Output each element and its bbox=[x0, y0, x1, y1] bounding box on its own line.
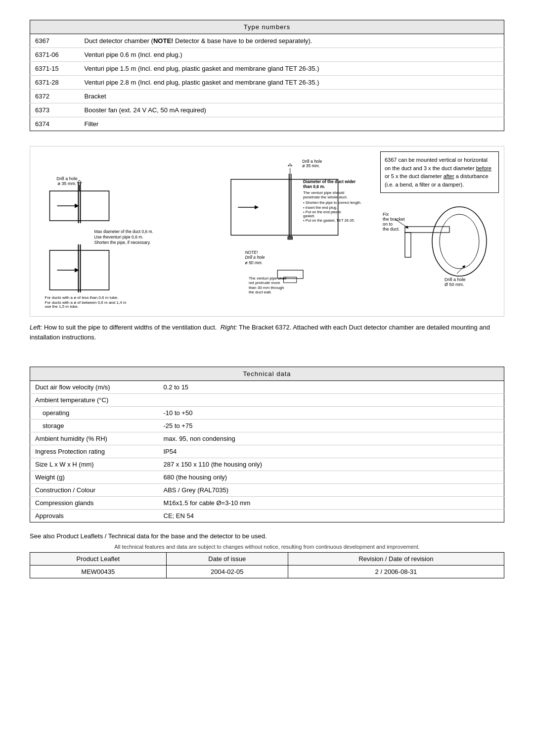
footer-note: See also Product Leaflets / Technical da… bbox=[30, 532, 504, 540]
svg-line-5 bbox=[80, 180, 82, 183]
svg-text:ø 50 mm.: ø 50 mm. bbox=[245, 260, 263, 265]
svg-text:Drill a hole: Drill a hole bbox=[445, 277, 466, 282]
type-code: 6367 bbox=[30, 34, 80, 48]
bracket-diagram: Fix the bracket on to the duct. Drill a … bbox=[380, 197, 494, 286]
technical-data-table: Technical data Duct air flow velocity (m… bbox=[30, 367, 504, 522]
footer-table-header: Product Leaflet bbox=[30, 553, 167, 566]
tech-value: max. 95, non condensing bbox=[159, 432, 504, 445]
svg-rect-25 bbox=[288, 236, 292, 239]
svg-text:Diameter of the duct wider: Diameter of the duct wider bbox=[303, 179, 356, 184]
svg-text:Max diameter of the duct 0,6 m: Max diameter of the duct 0,6 m. bbox=[94, 229, 154, 234]
svg-line-59 bbox=[457, 266, 464, 274]
type-description: Duct detector chamber (NOTE! Detector & … bbox=[80, 34, 504, 48]
svg-text:The venturi pipe shall: The venturi pipe shall bbox=[249, 276, 286, 281]
svg-line-29 bbox=[290, 163, 292, 166]
right-note-box: 6367 can be mounted vertical or horizont… bbox=[380, 151, 499, 193]
svg-point-51 bbox=[440, 214, 479, 269]
type-code: 6372 bbox=[30, 90, 80, 103]
svg-text:not protrude more: not protrude more bbox=[249, 281, 280, 285]
type-description: Booster fan (ext. 24 V AC, 50 mA require… bbox=[80, 103, 504, 117]
footer-table-cell: 2 / 2006-08-31 bbox=[288, 566, 504, 578]
tech-value: ABS / Grey (RAL7035) bbox=[159, 484, 504, 497]
tech-label: Ambient humidity (% RH) bbox=[30, 432, 159, 445]
svg-line-28 bbox=[288, 163, 290, 166]
tech-label: Size L x W x H (mm) bbox=[30, 458, 159, 471]
type-description: Venturi pipe 0.6 m (Incl. end plug.) bbox=[80, 48, 504, 62]
type-numbers-header: Type numbers bbox=[30, 20, 504, 34]
caption-left-label: Left: bbox=[30, 324, 42, 331]
svg-text:gasket.: gasket. bbox=[303, 214, 315, 218]
tech-sub-label: storage bbox=[30, 420, 159, 432]
type-numbers-table: Type numbers 6367Duct detector chamber (… bbox=[30, 20, 504, 131]
tech-sub-value: -25 to +75 bbox=[159, 420, 504, 432]
svg-text:• Insert the end plug.: • Insert the end plug. bbox=[303, 205, 337, 210]
tech-label: Ingress Protection rating bbox=[30, 445, 159, 458]
right-section: 6367 can be mounted vertical or horizont… bbox=[380, 151, 499, 311]
caption-right-label: Right: bbox=[221, 324, 237, 331]
tech-label: Construction / Colour bbox=[30, 484, 159, 497]
type-description: Venturi pipe 1.5 m (Incl. end plug, plas… bbox=[80, 62, 504, 76]
footer-table-cell: 2004-02-05 bbox=[166, 566, 288, 578]
diagram-container: Drill a hole ø 35 mm. Max diameter of th… bbox=[30, 146, 504, 317]
svg-text:Ø 50 mm.: Ø 50 mm. bbox=[445, 282, 464, 286]
tech-label: Duct air flow velocity (m/s) bbox=[30, 381, 159, 394]
svg-text:Drill a hole: Drill a hole bbox=[245, 255, 265, 260]
svg-text:The venturi pipe should: The venturi pipe should bbox=[303, 190, 344, 195]
type-code: 6373 bbox=[30, 103, 80, 117]
footer-table-header: Revision / Date of revision bbox=[288, 553, 504, 566]
svg-text:use the 1,5 m tube.: use the 1,5 m tube. bbox=[45, 304, 79, 309]
type-description: Venturi pipe 2.8 m (Incl. end plug, plas… bbox=[80, 76, 504, 90]
type-description: Bracket bbox=[80, 90, 504, 103]
svg-text:than 30 mm through: than 30 mm through bbox=[249, 285, 284, 290]
footer-table-header: Date of issue bbox=[166, 553, 288, 566]
tech-sub-label: operating bbox=[30, 407, 159, 420]
tech-label: Ambient temperature (°C) bbox=[30, 394, 159, 407]
footer-table: Product LeafletDate of issueRevision / D… bbox=[30, 552, 504, 578]
footer-table-cell: MEW00435 bbox=[30, 566, 167, 578]
diagram-section: Drill a hole ø 35 mm. Max diameter of th… bbox=[30, 146, 504, 357]
caption-left-text: How to suit the pipe to different widths… bbox=[42, 324, 217, 331]
svg-rect-53 bbox=[405, 233, 411, 257]
svg-text:Use theventuri pipe 0,6 m.: Use theventuri pipe 0,6 m. bbox=[94, 235, 143, 239]
tech-label: Compression glands bbox=[30, 497, 159, 510]
svg-text:the bracket: the bracket bbox=[383, 217, 405, 222]
svg-text:the duct wall.: the duct wall. bbox=[249, 290, 272, 294]
tech-value: 0.2 to 15 bbox=[159, 381, 504, 394]
svg-text:penetrate the whole duct.: penetrate the whole duct. bbox=[303, 195, 348, 199]
center-diagram: Drill a hole ø 35 mm. Diameter of the du… bbox=[208, 151, 375, 311]
tech-value: 287 x 150 x 110 (the housing only) bbox=[159, 458, 504, 471]
left-diagram: Drill a hole ø 35 mm. Max diameter of th… bbox=[35, 151, 203, 311]
tech-value: CE; EN 54 bbox=[159, 510, 504, 522]
type-code: 6374 bbox=[30, 117, 80, 131]
svg-text:NOTE!: NOTE! bbox=[245, 250, 258, 255]
type-code: 6371-15 bbox=[30, 62, 80, 76]
svg-text:For ducts which are larger tha: For ducts which are larger than 1,4 m bbox=[45, 309, 111, 310]
svg-text:than 0,6 m.: than 0,6 m. bbox=[303, 184, 325, 189]
svg-text:Drill a hole: Drill a hole bbox=[56, 176, 78, 181]
type-code: 6371-06 bbox=[30, 48, 80, 62]
footer-disclaimer: All technical features and data are subj… bbox=[30, 544, 504, 550]
svg-point-50 bbox=[432, 207, 487, 276]
type-description: Filter bbox=[80, 117, 504, 131]
svg-text:the duct.: the duct. bbox=[383, 227, 400, 232]
tech-label: Approvals bbox=[30, 510, 159, 522]
svg-text:ø 35 mm.: ø 35 mm. bbox=[57, 181, 76, 186]
svg-text:• Shorten the pipe to correct : • Shorten the pipe to correct length. bbox=[303, 200, 361, 205]
tech-value: M16x1.5 for cable Ø=3-10 mm bbox=[159, 497, 504, 510]
svg-text:ø 35 mm.: ø 35 mm. bbox=[302, 163, 320, 168]
svg-text:Fix: Fix bbox=[383, 212, 389, 217]
svg-text:• Put on the gasket, TET 26-35: • Put on the gasket, TET 26-35. bbox=[303, 218, 355, 223]
svg-line-4 bbox=[78, 180, 80, 183]
tech-sub-value: -10 to +50 bbox=[159, 407, 504, 420]
svg-text:on to: on to bbox=[383, 222, 393, 227]
tech-value: IP54 bbox=[159, 445, 504, 458]
diagram-caption: Left: How to suit the pipe to different … bbox=[30, 323, 504, 342]
tech-label: Weight (g) bbox=[30, 471, 159, 484]
svg-text:For ducts with a ø of less tha: For ducts with a ø of less than 0,6 m tu… bbox=[45, 295, 119, 300]
type-code: 6371-28 bbox=[30, 76, 80, 90]
svg-text:Shorten the pipe, if necessary: Shorten the pipe, if necessary. bbox=[94, 240, 151, 245]
tech-data-header: Technical data bbox=[30, 367, 504, 381]
tech-value: 680 (the housing only) bbox=[159, 471, 504, 484]
svg-rect-52 bbox=[405, 227, 449, 233]
